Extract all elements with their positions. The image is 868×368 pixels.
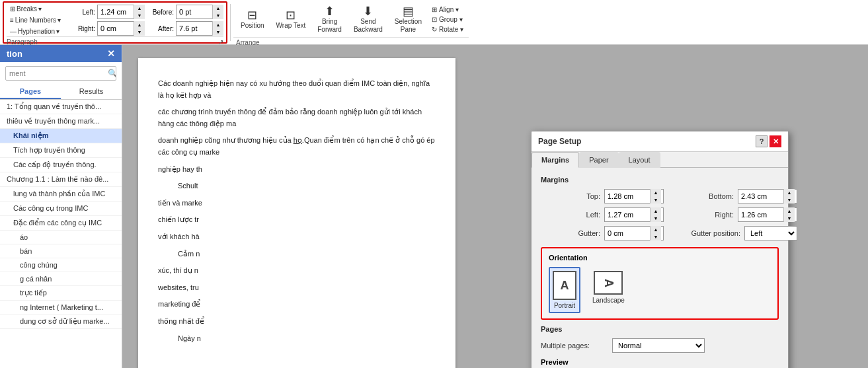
dialog-help-button[interactable]: ? — [756, 135, 768, 147]
ribbon: ⊞ Breaks ▾ ≡ Line Numbers ▾ — Hyphenatio… — [0, 0, 868, 45]
margins-section-header: Margins — [541, 176, 779, 184]
multiple-pages-select[interactable]: Normal Mirror margins 2 pages per sheet … — [612, 338, 705, 353]
right-up[interactable]: ▲ — [784, 207, 795, 215]
bottom-down[interactable]: ▼ — [784, 196, 795, 203]
landscape-option[interactable]: A Landscape — [588, 267, 629, 313]
dialog-body: Margins Top: ▲ ▼ — [532, 168, 788, 368]
bottom-input[interactable]: ▲ ▼ — [738, 189, 797, 203]
left-field[interactable] — [605, 208, 650, 221]
left-input[interactable]: ▲ ▼ — [604, 207, 664, 222]
list-item[interactable]: dung cơ sở dữ liệu marke... — [0, 314, 122, 329]
dialog-tab-layout[interactable]: Layout — [619, 152, 660, 168]
spacing-after-field[interactable] — [177, 22, 212, 35]
right-label: Right: — [674, 211, 734, 219]
list-item[interactable]: Các cấp độ truyền thông. — [0, 158, 122, 172]
list-item[interactable]: trực tiếp — [0, 286, 122, 301]
gutter-input[interactable]: ▲ ▼ — [604, 226, 664, 240]
list-item[interactable]: 1: Tổng quan về truyền thô... — [0, 100, 122, 114]
group-button[interactable]: ⊡ Group ▾ — [429, 15, 466, 24]
spacing-before-down[interactable]: ▼ — [213, 12, 223, 19]
indent-left-field[interactable] — [98, 5, 134, 18]
backward-label: Backward — [354, 26, 383, 33]
list-item[interactable]: Chương 1.1 : Làm thế nào đê... — [0, 172, 122, 187]
rotate-dropdown-icon: ▾ — [460, 26, 463, 33]
line-numbers-button[interactable]: ≡ Line Numbers ▾ — [7, 15, 66, 25]
indent-left-input[interactable]: ▲ ▼ — [97, 5, 145, 19]
list-item[interactable]: ng Internet ( Marketing t... — [0, 301, 122, 314]
orientation-label: Orientation — [549, 254, 771, 262]
left-label: Left: — [541, 211, 600, 219]
tab-pages[interactable]: Pages — [0, 85, 61, 99]
bring-forward-button[interactable]: ⬆ Bring Forward — [313, 3, 346, 36]
list-item[interactable]: công chúng — [0, 258, 122, 272]
top-field[interactable] — [605, 190, 650, 203]
top-up[interactable]: ▲ — [651, 189, 661, 196]
selection-pane-button[interactable]: ▤ Selection Pane — [390, 3, 426, 36]
spacing-before-label: Before: — [147, 9, 174, 16]
left-down[interactable]: ▼ — [651, 215, 661, 222]
bottom-field[interactable] — [738, 190, 783, 203]
right-down[interactable]: ▼ — [784, 215, 795, 222]
bottom-label: Bottom: — [674, 192, 734, 200]
breaks-dropdown-icon: ▾ — [38, 5, 42, 13]
doc-para-9: Cảm n — [158, 248, 436, 260]
spacing-after-input[interactable]: ▲ ▼ — [176, 21, 223, 36]
portrait-option[interactable]: A Portrait — [549, 267, 580, 313]
send-backward-icon: ⬇ — [363, 5, 373, 17]
spacing-before-field[interactable] — [177, 5, 212, 18]
forward-label: Forward — [317, 26, 342, 33]
hyphenation-button[interactable]: — Hyphenation ▾ — [7, 26, 66, 36]
top-down[interactable]: ▼ — [651, 196, 661, 203]
list-item[interactable]: lung và thành phần của IMC — [0, 187, 122, 202]
bottom-up[interactable]: ▲ — [784, 189, 795, 196]
right-field[interactable] — [738, 208, 783, 221]
group-dropdown-icon: ▾ — [459, 16, 463, 23]
line-numbers-icon: ≡ — [10, 17, 14, 24]
gutter-pos-select[interactable]: Left Top — [744, 226, 797, 240]
indent-left-up[interactable]: ▲ — [134, 5, 145, 12]
list-item[interactable]: Các công cụ trong IMC — [0, 202, 122, 216]
list-item[interactable]: áo — [0, 231, 122, 244]
breaks-button[interactable]: ⊞ Breaks ▾ — [7, 4, 66, 14]
indent-right-down[interactable]: ▼ — [134, 28, 145, 36]
list-item[interactable]: Tích hợp truyền thông — [0, 143, 122, 158]
search-box[interactable]: 🔍 ▾ — [5, 66, 116, 81]
tab-results[interactable]: Results — [61, 85, 122, 99]
right-input[interactable]: ▲ ▼ — [738, 207, 797, 222]
dialog-tab-margins[interactable]: Margins — [532, 152, 579, 168]
indent-right-field[interactable] — [98, 22, 134, 35]
list-item[interactable]: Đặc điểm các công cụ IMC — [0, 216, 122, 231]
send-backward-button[interactable]: ⬇ Send Backward — [349, 3, 387, 36]
search-input[interactable] — [6, 67, 104, 79]
panel-close-button[interactable]: ✕ — [107, 48, 115, 59]
top-input[interactable]: ▲ ▼ — [604, 189, 664, 203]
document-page: Các doanh nghiệp hiện nay có xu hướng th… — [138, 58, 455, 368]
position-button[interactable]: ⊟ Position — [236, 7, 269, 32]
list-item[interactable]: bán — [0, 244, 122, 258]
spacing-after-up[interactable]: ▲ — [213, 21, 223, 28]
gutter-down[interactable]: ▼ — [651, 233, 661, 240]
align-button[interactable]: ⊞ Align ▾ — [429, 5, 466, 14]
indent-right-label: Right: — [69, 25, 95, 32]
gutter-field[interactable] — [605, 227, 650, 240]
list-item[interactable]: thiêu về truyền thông mark... — [0, 114, 122, 129]
indent-right-input[interactable]: ▲ ▼ — [97, 21, 145, 36]
rotate-button[interactable]: ↻ Rotate ▾ — [429, 25, 466, 34]
indent-left-down[interactable]: ▼ — [134, 12, 145, 19]
line-numbers-dropdown-icon: ▾ — [58, 17, 61, 24]
list-item-active[interactable]: Khái niệm — [0, 129, 122, 143]
spacing-before-up[interactable]: ▲ — [213, 5, 223, 12]
list-item[interactable]: g cá nhân — [0, 272, 122, 286]
dialog-close-button[interactable]: ✕ — [769, 135, 781, 147]
search-button[interactable]: 🔍 — [104, 67, 116, 80]
landscape-icon: A — [594, 271, 623, 295]
align-dropdown-icon: ▾ — [455, 6, 459, 13]
wrap-text-button[interactable]: ⊡ Wrap Text — [272, 7, 311, 32]
spacing-before-input[interactable]: ▲ ▼ — [176, 5, 223, 19]
dialog-tab-paper[interactable]: Paper — [579, 152, 618, 168]
spacing-after-down[interactable]: ▼ — [213, 28, 223, 36]
gutter-up[interactable]: ▲ — [651, 226, 661, 233]
orientation-options: A Portrait A Landscape — [549, 267, 771, 313]
indent-right-up[interactable]: ▲ — [134, 21, 145, 28]
left-up[interactable]: ▲ — [651, 207, 661, 215]
